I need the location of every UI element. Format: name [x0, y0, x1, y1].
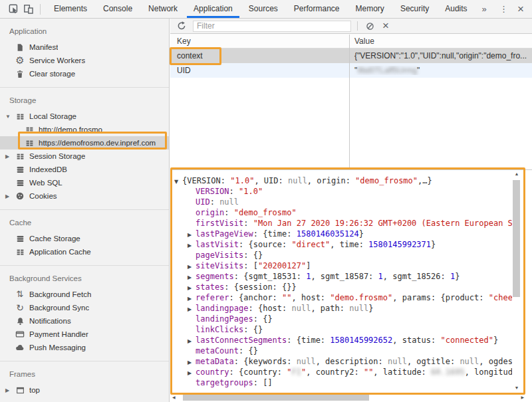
tree-text: , origin: — [307, 176, 355, 185]
tab-memory[interactable]: Memory — [350, 0, 390, 18]
more-tabs-icon[interactable]: » — [479, 4, 489, 14]
device-toolbar-icon[interactable] — [21, 0, 36, 18]
table-row[interactable]: context{"VERSION":"1.0","UID":null,"orig… — [170, 49, 532, 63]
scroll-right-icon[interactable]: ▶ — [521, 395, 524, 399]
sidebar-item-manifest[interactable]: Manifest — [0, 41, 169, 54]
tab-performance[interactable]: Performance — [289, 0, 345, 18]
tab-security[interactable]: Security — [395, 0, 434, 18]
tab-audits[interactable]: Audits — [440, 0, 472, 18]
tree-line[interactable]: ▶lastVisit: {source: "direct", time: 158… — [173, 239, 512, 250]
tree-text: "1.0" — [239, 187, 263, 196]
refresh-icon[interactable] — [176, 20, 188, 32]
triangle-right-icon[interactable]: ▶ — [5, 387, 15, 393]
tree-text: , latitude: — [373, 367, 431, 377]
vertical-scrollbar[interactable]: ▲ ▼ — [512, 171, 521, 391]
sidebar-item-payment-handler[interactable]: Payment Handler — [0, 328, 169, 341]
row-value: "9bd0TLaff5Urmg" — [350, 66, 532, 75]
sidebar-item-local-storage[interactable]: ▼Local Storage — [0, 110, 169, 123]
tab-network[interactable]: Network — [143, 0, 183, 18]
sidebar-item-cache-storage[interactable]: Cache Storage — [0, 232, 169, 245]
filter-input[interactable] — [193, 21, 351, 32]
sidebar-item-label: Cookies — [29, 192, 57, 200]
tree-text: null — [292, 304, 311, 313]
sidebar-item-session-storage[interactable]: ▶Session Storage — [0, 150, 169, 163]
scroll-down-icon[interactable]: ▼ — [512, 385, 521, 390]
tree-text: metaData — [196, 357, 234, 366]
triangle-down-icon[interactable]: ▼ — [174, 177, 182, 187]
tree-line[interactable]: ▶referer: {anchor: "", host: "demo.frosm… — [173, 292, 512, 303]
tree-line[interactable]: ▶lastConnectSegments: {time: 15801459926… — [173, 335, 512, 346]
sidebar-item-label: Cache Storage — [29, 235, 80, 243]
sidebar-item-service-workers[interactable]: ⚙Service Workers — [0, 54, 169, 67]
sidebar-item-notifications[interactable]: Notifications — [0, 314, 169, 328]
sidebar-item-background-sync[interactable]: ↻Background Sync — [0, 301, 169, 314]
tree-text: lastPageView — [196, 229, 253, 239]
tree-line[interactable]: ▶country: {country: "FI", country2: "", … — [173, 367, 512, 377]
scroll-up-icon[interactable]: ▲ — [512, 171, 521, 176]
tab-application[interactable]: Application — [188, 0, 238, 18]
quote: " — [417, 66, 420, 75]
scroll-left-icon[interactable]: ◀ — [172, 395, 176, 399]
sidebar-item-web-sql[interactable]: Web SQL — [0, 176, 169, 189]
tree-text: null — [349, 304, 368, 313]
kebab-menu-icon[interactable]: ⋮ — [499, 4, 508, 14]
tree-text: 1580145992652 — [330, 336, 392, 345]
tree-line[interactable]: ▶landingpage: {host: null, path: null} — [173, 303, 512, 314]
triangle-right-icon[interactable]: ▶ — [5, 153, 15, 159]
tree-line[interactable]: ▶segments: {sgmt_18531: 1, sgmt_18587: 1… — [173, 271, 512, 282]
sidebar-section-cache: CacheCache StorageApplication Cache — [0, 209, 169, 265]
sidebar-item-top[interactable]: ▶top — [0, 383, 169, 397]
triangle-right-icon[interactable]: ▶ — [5, 193, 15, 199]
sidebar-item-label: IndexedDB — [29, 165, 67, 173]
tree-line[interactable]: pageVisits: {} — [173, 250, 512, 260]
tree-line[interactable]: firstVisit: "Mon Jan 27 2020 19:26:32 GM… — [173, 218, 512, 229]
tree-text: "demo_frosmo" — [234, 208, 297, 217]
tree-text: , ogdescription: — [479, 357, 512, 366]
tree-text: "demo_frosmo" — [355, 176, 418, 185]
trash-icon — [15, 70, 25, 78]
tree-text: : {keywords: — [234, 357, 297, 366]
sidebar-item-https-demofrosmo-dev-inpref-com[interactable]: https://demofrosmo.dev.inpref.com — [0, 136, 169, 150]
sidebar-item-push-messaging[interactable]: Push Messaging — [0, 341, 169, 354]
application-sidebar: ApplicationManifest⚙Service WorkersClear… — [0, 19, 170, 402]
sidebar-item-clear-storage[interactable]: Clear storage — [0, 67, 169, 80]
tree-line[interactable]: ▶states: {session: {}} — [173, 282, 512, 292]
sidebar-item-label: Background Sync — [29, 304, 89, 312]
tree-line[interactable]: targetgroups: [] — [173, 377, 512, 388]
tree-line[interactable]: VERSION: "1.0" — [173, 186, 512, 197]
tree-text: } — [455, 272, 460, 281]
horizontal-scrollbar[interactable]: ◀ ▶ — [171, 393, 525, 401]
tab-elements[interactable]: Elements — [49, 0, 92, 18]
sidebar-item-indexeddb[interactable]: IndexedDB — [0, 163, 169, 176]
sidebar-item-http-demo-frosmo[interactable]: http://demo.frosmo — [0, 123, 169, 136]
tree-line[interactable]: ▶lastPageView: {time: 1580146035124} — [173, 229, 512, 239]
tree-line[interactable]: ▶siteVisits: ["20200127"] — [173, 260, 512, 271]
close-devtools-icon[interactable]: × — [517, 0, 524, 18]
tree-line[interactable]: ▶metaData: {keywords: null, description:… — [173, 356, 512, 367]
tab-console[interactable]: Console — [98, 0, 138, 18]
column-header-value[interactable]: Value — [350, 37, 532, 46]
sidebar-item-application-cache[interactable]: Application Cache — [0, 245, 169, 258]
sidebar-item-cookies[interactable]: ▶Cookies — [0, 189, 169, 203]
sidebar-section-title: Storage — [0, 94, 169, 107]
horizontal-scroll-thumb[interactable] — [183, 393, 369, 401]
tree-line[interactable]: ▼{VERSION: "1.0", UID: null, origin: "de… — [173, 175, 512, 186]
value-preview-pane: ▼{VERSION: "1.0", UID: null, origin: "de… — [170, 169, 532, 402]
tree-line[interactable]: metaCount: {} — [173, 346, 512, 356]
inspect-icon[interactable] — [7, 0, 21, 18]
column-header-key[interactable]: Key — [170, 37, 350, 46]
delete-selected-icon[interactable]: × — [380, 20, 392, 32]
table-row[interactable]: UID"9bd0TLaff5Urmg" — [170, 63, 532, 78]
clear-storage-items-icon[interactable] — [364, 20, 376, 32]
blurred-value: 9bd0TLaff5Urmg — [357, 66, 417, 75]
triangle-down-icon[interactable]: ▼ — [5, 114, 15, 120]
tree-line[interactable]: linkClicks: {} — [173, 324, 512, 335]
tab-sources[interactable]: Sources — [243, 0, 283, 18]
vertical-scroll-thumb[interactable] — [513, 180, 520, 297]
tree-line[interactable]: UID: null — [173, 197, 512, 207]
tree-text: : [ — [243, 261, 258, 270]
column-divider[interactable] — [349, 35, 350, 169]
tree-line[interactable]: landingPages: {} — [173, 314, 512, 324]
tree-line[interactable]: origin: "demo_frosmo" — [173, 207, 512, 218]
sidebar-item-background-fetch[interactable]: ⇅Background Fetch — [0, 288, 169, 301]
